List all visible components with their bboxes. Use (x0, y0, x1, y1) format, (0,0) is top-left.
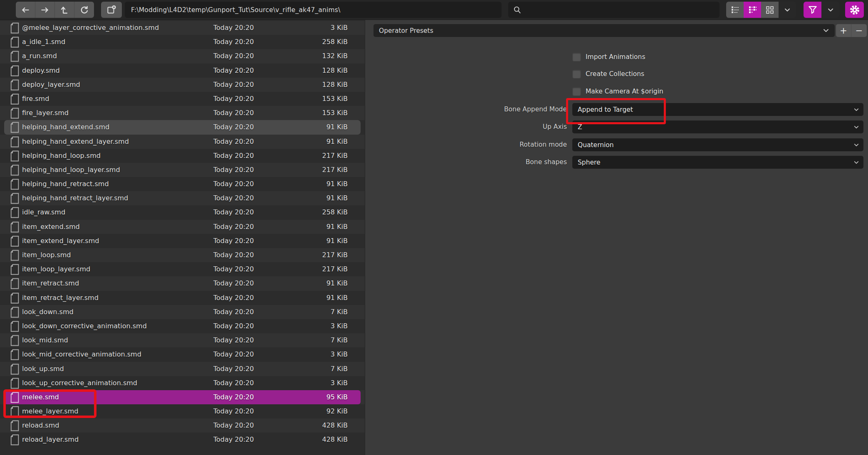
file-date: Today 20:20 (213, 376, 254, 390)
file-name: helping_hand_loop.smd (22, 149, 101, 163)
file-row-item_retract.smd[interactable]: item_retract.smd Today 20:20 91 KiB (0, 276, 365, 290)
remove-preset-button[interactable]: − (851, 24, 867, 37)
file-row-helping_hand_extend.smd[interactable]: helping_hand_extend.smd Today 20:20 91 K… (0, 120, 365, 134)
file-row-look_down_corrective_animation.smd[interactable]: look_down_corrective_animation.smd Today… (0, 319, 365, 333)
file-date: Today 20:20 (213, 262, 254, 276)
file-size: 91 KiB (326, 120, 348, 134)
file-row-fire.smd[interactable]: fire.smd Today 20:20 153 KiB (0, 92, 365, 106)
search-input[interactable] (508, 2, 720, 18)
directory-path-input[interactable]: F:\Modding\L4D2\temp\Gunport_Tut\Source\… (125, 2, 502, 18)
file-icon (10, 264, 19, 275)
file-row-helping_hand_loop_layer.smd[interactable]: helping_hand_loop_layer.smd Today 20:20 … (0, 163, 365, 177)
refresh-button[interactable] (74, 2, 94, 18)
file-size: 217 KiB (322, 163, 348, 177)
display-settings-dropdown-button[interactable] (779, 2, 796, 18)
bone-shapes-dropdown[interactable]: Sphere (572, 156, 863, 169)
parent-directory-button[interactable] (55, 2, 74, 18)
create-new-directory-button[interactable] (101, 2, 122, 18)
operator-presets-label: Operator Presets (379, 27, 433, 34)
file-icon (10, 150, 19, 162)
file-date: Today 20:20 (213, 149, 254, 163)
parent-directory-icon (59, 5, 69, 15)
checkbox-import-animations[interactable] (572, 53, 581, 61)
property-label: Bone Append Mode (365, 103, 567, 116)
horizontal-list-display-button[interactable] (744, 2, 761, 18)
file-row-melee_layer.smd[interactable]: melee_layer.smd Today 20:20 92 KiB (0, 404, 365, 418)
file-row-look_up_corrective_animation.smd[interactable]: look_up_corrective_animation.smd Today 2… (0, 376, 365, 390)
file-row-a_idle_1.smd[interactable]: a_idle_1.smd Today 20:20 258 KiB (0, 35, 365, 49)
file-name: reload.smd (22, 418, 59, 433)
file-name: item_extend.smd (22, 220, 80, 234)
file-row-deploy_layer.smd[interactable]: deploy_layer.smd Today 20:20 128 KiB (0, 78, 365, 92)
checkbox-label: Make Camera At $origin (586, 88, 663, 95)
file-icon (10, 307, 19, 318)
file-icon (10, 236, 19, 247)
chevron-down-icon (854, 143, 859, 147)
file-size: 132 KiB (322, 49, 348, 63)
checkbox-make-camera-at-origin[interactable] (572, 87, 581, 96)
file-icon (10, 321, 19, 332)
add-preset-button[interactable]: + (836, 24, 851, 37)
file-name: look_mid.smd (22, 333, 68, 347)
up-axis-dropdown[interactable]: Z (572, 121, 863, 133)
back-button[interactable] (16, 2, 35, 18)
file-date: Today 20:20 (213, 21, 254, 35)
file-row-melee.smd[interactable]: melee.smd Today 20:20 95 KiB (0, 390, 365, 404)
file-row-helping_hand_retract.smd[interactable]: helping_hand_retract.smd Today 20:20 91 … (0, 177, 365, 191)
file-row-item_loop.smd[interactable]: item_loop.smd Today 20:20 217 KiB (0, 248, 365, 262)
file-name: deploy_layer.smd (22, 78, 80, 92)
file-browser-settings-button[interactable] (845, 2, 864, 18)
file-icon (10, 165, 19, 176)
property-label: Up Axis (365, 121, 567, 133)
operator-presets-dropdown[interactable]: Operator Presets (373, 24, 835, 37)
file-row-look_up.smd[interactable]: look_up.smd Today 20:20 7 KiB (0, 362, 365, 376)
file-icon (10, 79, 19, 91)
rotation-mode-dropdown[interactable]: Quaternion (572, 138, 863, 151)
chevron-down-icon (826, 6, 835, 14)
file-row-idle_raw.smd[interactable]: idle_raw.smd Today 20:20 258 KiB (0, 205, 365, 219)
file-icon (10, 335, 19, 346)
forward-arrow-icon (40, 5, 50, 15)
file-date: Today 20:20 (213, 177, 254, 191)
file-row-helping_hand_loop.smd[interactable]: helping_hand_loop.smd Today 20:20 217 Ki… (0, 149, 365, 163)
thumbnail-display-button[interactable] (761, 2, 779, 18)
file-name: melee_layer.smd (22, 404, 78, 418)
filter-settings-dropdown-button[interactable] (821, 2, 839, 18)
file-row-item_extend_layer.smd[interactable]: item_extend_layer.smd Today 20:20 91 KiB (0, 234, 365, 248)
file-size: 153 KiB (322, 92, 348, 106)
file-row-look_mid_corrective_animation.smd[interactable]: look_mid_corrective_animation.smd Today … (0, 347, 365, 362)
file-name: deploy.smd (22, 64, 60, 78)
file-date: Today 20:20 (213, 276, 254, 290)
file-row-deploy.smd[interactable]: deploy.smd Today 20:20 128 KiB (0, 64, 365, 78)
file-row-item_retract_layer.smd[interactable]: item_retract_layer.smd Today 20:20 91 Ki… (0, 291, 365, 305)
preset-add-remove-group: + − (836, 24, 867, 37)
vertical-list-display-button[interactable] (726, 2, 744, 18)
checkbox-row: Import Animations (572, 52, 645, 61)
property-label: Rotation mode (365, 138, 567, 151)
file-row-@melee_layer_corrective_animation.smd[interactable]: @melee_layer_corrective_animation.smd To… (0, 21, 365, 35)
forward-button[interactable] (35, 2, 55, 18)
file-row-item_loop_layer.smd[interactable]: item_loop_layer.smd Today 20:20 217 KiB (0, 262, 365, 276)
file-date: Today 20:20 (213, 135, 254, 149)
file-date: Today 20:20 (213, 163, 254, 177)
checkbox-create-collections[interactable] (572, 70, 581, 79)
filter-button[interactable] (804, 2, 821, 18)
file-name: helping_hand_loop_layer.smd (22, 163, 120, 177)
file-icon (10, 93, 19, 105)
file-size: 7 KiB (331, 362, 348, 376)
file-row-look_down.smd[interactable]: look_down.smd Today 20:20 7 KiB (0, 305, 365, 319)
file-row-helping_hand_retract_layer.smd[interactable]: helping_hand_retract_layer.smd Today 20:… (0, 191, 365, 205)
file-row-reload_layer.smd[interactable]: reload_layer.smd Today 20:20 428 KiB (0, 433, 365, 447)
chevron-down-icon (854, 161, 859, 164)
file-row-fire_layer.smd[interactable]: fire_layer.smd Today 20:20 153 KiB (0, 106, 365, 120)
chevron-down-icon (823, 29, 829, 32)
file-row-a_run.smd[interactable]: a_run.smd Today 20:20 132 KiB (0, 49, 365, 63)
file-date: Today 20:20 (213, 78, 254, 92)
file-date: Today 20:20 (213, 404, 254, 418)
file-row-helping_hand_extend_layer.smd[interactable]: helping_hand_extend_layer.smd Today 20:2… (0, 135, 365, 149)
file-size: 91 KiB (326, 177, 348, 191)
file-row-look_mid.smd[interactable]: look_mid.smd Today 20:20 7 KiB (0, 333, 365, 347)
file-row-item_extend.smd[interactable]: item_extend.smd Today 20:20 91 KiB (0, 220, 365, 234)
bone-append-mode-dropdown[interactable]: Append to Target (572, 103, 863, 116)
file-row-reload.smd[interactable]: reload.smd Today 20:20 428 KiB (0, 418, 365, 433)
